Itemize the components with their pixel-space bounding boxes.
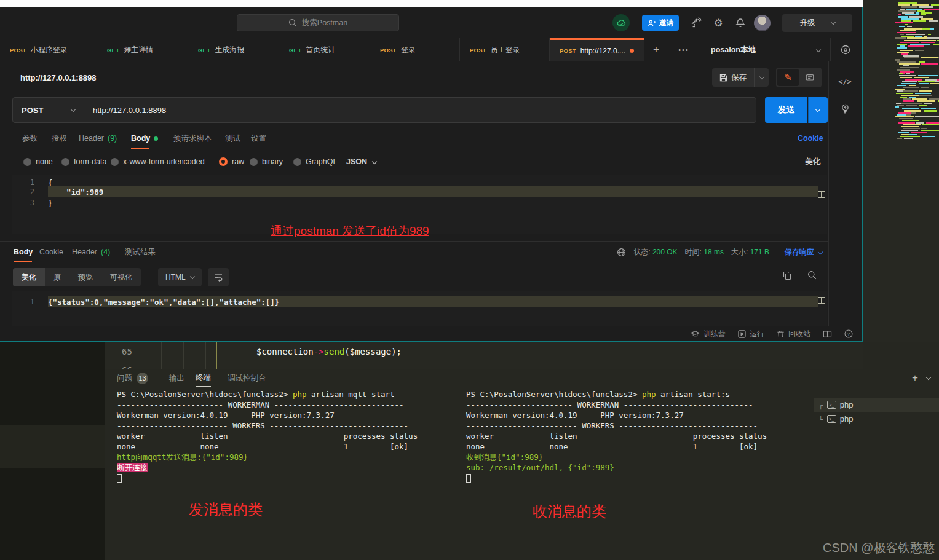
save-dropdown-button[interactable] [754,68,769,87]
sync-status-button[interactable] [612,14,630,31]
panel-header: 问题13 输出 终端 调试控制台 + [105,369,939,387]
tab-request-1[interactable]: POST小程序登录 [0,38,97,61]
mode-raw[interactable]: raw [219,152,244,171]
view-preview[interactable]: 预览 [69,268,101,286]
terminal-list-item[interactable]: ┌>_php [814,398,939,412]
environment-quick-look-button[interactable] [830,38,860,61]
tab-request-4[interactable]: GET首页统计 [279,38,370,61]
view-raw[interactable]: 原 [45,268,69,286]
graduation-cap-icon [691,330,700,337]
search-response-icon[interactable] [807,270,817,280]
language-select[interactable]: JSON [346,152,376,171]
tab-test-results[interactable]: 测试结果 [125,242,156,262]
mode-none[interactable]: none [23,152,53,171]
tab-debug-console[interactable]: 调试控制台 [228,369,266,387]
tab-body[interactable]: Body [131,128,158,149]
tab-prerequest-script[interactable]: 预请求脚本 [173,128,212,149]
response-body-editor[interactable]: 1{"status":0,"message":"ok","data":[],"a… [12,291,827,328]
format-select[interactable]: HTML [158,268,202,286]
globe-icon[interactable] [617,248,626,257]
chevron-down-icon [926,374,931,379]
pane-divider[interactable] [459,369,459,542]
divider [777,248,777,256]
search-input[interactable]: 搜索Postman [237,14,399,31]
terminal-right[interactable]: PS C:\PosalonServer\htdocs\funclass2> ph… [466,389,767,483]
terminal-left[interactable]: PS C:\PosalonServer\htdocs\funclass2> ph… [117,389,418,483]
runner-button[interactable]: 运行 [738,329,764,339]
tab-request-active[interactable]: POSThttp://127.0.... [550,38,644,61]
tab-terminal[interactable]: 终端 [196,369,211,387]
top-white-strip [0,0,863,7]
terminal-cursor [466,474,471,483]
settings-gear-icon[interactable]: ⚙ [712,17,724,29]
send-button[interactable]: 发送 [765,97,807,123]
upgrade-button[interactable]: 升级 [782,14,852,32]
tab-tests[interactable]: 测试 [225,128,240,149]
mode-form-data[interactable]: form-data [61,152,107,171]
save-response-button[interactable]: 保存响应 [785,247,822,258]
response-toolbar: 美化 原 预览 可视化 HTML [13,268,229,286]
postman-window: 搜索Postman 邀请 ⚙ 升级 POST小程序登录 GET摊主详情 GET生… [0,7,863,342]
tab-problems[interactable]: 问题13 [117,369,148,387]
mode-urlencoded[interactable]: x-www-form-urlencoded [111,152,205,171]
environment-selector[interactable]: posalon本地 [701,38,830,61]
search-icon [288,18,297,27]
time-value: 18 ms [703,248,724,256]
trash-button[interactable]: 回收站 [777,329,810,339]
terminal-list-item[interactable]: └>_php [814,412,939,426]
bootcamp-button[interactable]: 训练营 [691,329,726,339]
cookie-link[interactable]: Cookie [798,128,823,149]
tab-output[interactable]: 输出 [169,369,184,387]
api-network-icon[interactable] [690,17,702,29]
wrap-lines-button[interactable] [208,268,229,286]
tab-headers[interactable]: Header(9) [79,128,117,149]
tab-settings[interactable]: 设置 [251,128,266,149]
view-visualize[interactable]: 可视化 [101,268,141,286]
tab-request-2[interactable]: GET摊主详情 [97,38,188,61]
minimap[interactable] [895,2,938,140]
beautify-link[interactable]: 美化 [805,152,820,171]
terminal-line: ----------------------- WORKERMAN ------… [466,400,767,410]
indent-guide [161,342,162,369]
tab-response-body[interactable]: Body [14,242,33,262]
tab-response-headers[interactable]: Header(4) [72,242,110,262]
copy-icon[interactable] [782,270,792,280]
tab-params[interactable]: 参数 [22,128,38,149]
avatar[interactable] [754,15,771,31]
send-dropdown-button[interactable] [808,97,828,123]
watermark: CSDN @极客铁憨憨 [823,540,935,556]
new-tab-button[interactable]: + [644,38,668,61]
mode-binary[interactable]: binary [250,152,283,171]
prompt-line: PS C:\PosalonServer\htdocs\funclass2> ph… [117,389,418,400]
terminal-line: none none 1 [ok] [117,441,418,452]
lightbulb-icon[interactable] [829,103,861,115]
radio-selected-icon [219,157,228,166]
code-snippet-icon[interactable]: </> [829,77,861,86]
invite-button[interactable]: 邀请 [642,15,679,31]
help-icon[interactable]: ? [844,329,853,338]
tab-request-5[interactable]: POST登录 [370,38,460,61]
url-input[interactable]: http://127.0.0.1:8898 [84,98,756,122]
panels-icon[interactable] [823,330,832,338]
notifications-bell-icon[interactable] [734,17,747,29]
new-terminal-button[interactable]: + [912,369,918,387]
save-button[interactable]: 保存 [712,68,769,87]
edit-pencil-button[interactable]: ✎ [777,69,799,86]
tab-request-3[interactable]: GET生成海报 [188,38,279,61]
tab-response-cookie[interactable]: Cookie [39,242,63,262]
indent-guide [239,342,239,369]
more-options-button[interactable]: ••• [672,38,696,61]
terminal-dropdown-button[interactable] [927,369,930,387]
method-select[interactable]: POST [13,98,84,122]
terminal-icon: >_ [827,415,836,423]
mode-graphql[interactable]: GraphQL [293,152,337,171]
chevron-down-icon [189,274,194,279]
tab-request-6[interactable]: POST员工登录 [460,38,550,61]
view-mode-group: 美化 原 预览 可视化 [13,268,141,286]
view-pretty[interactable]: 美化 [13,268,45,286]
comments-button[interactable] [799,69,820,86]
indent-guide-active [216,342,217,369]
vscode-editor-strip[interactable]: 65 66 $connection->send($message); [105,342,863,369]
tab-auth[interactable]: 授权 [52,128,67,149]
vscode-sidebar[interactable] [0,342,105,560]
